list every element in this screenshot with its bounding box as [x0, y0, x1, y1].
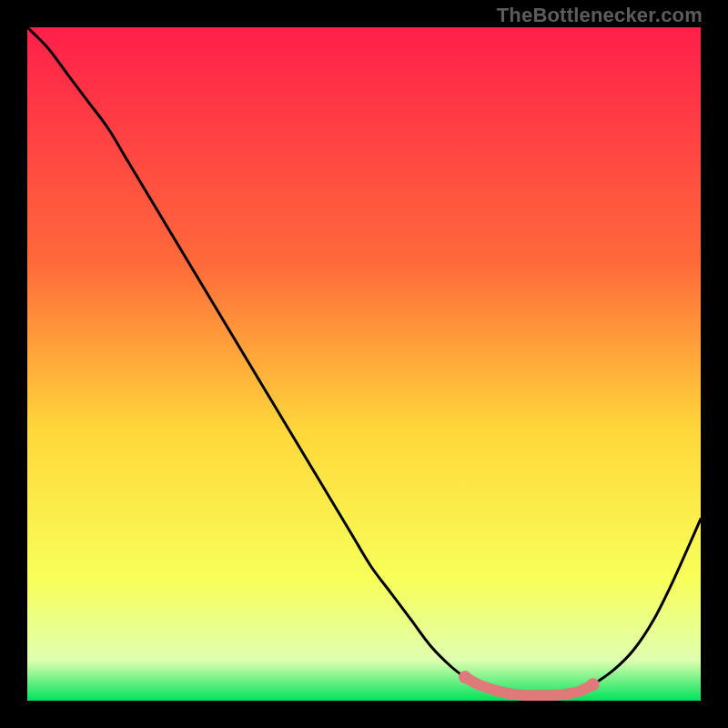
chart-svg [27, 27, 701, 701]
chart-background-gradient [27, 27, 701, 701]
optimal-range-start-dot [459, 671, 471, 683]
attribution-watermark: TheBottlenecker.com [497, 4, 703, 27]
optimal-range-end-dot [587, 678, 600, 691]
bottleneck-chart [27, 27, 701, 701]
